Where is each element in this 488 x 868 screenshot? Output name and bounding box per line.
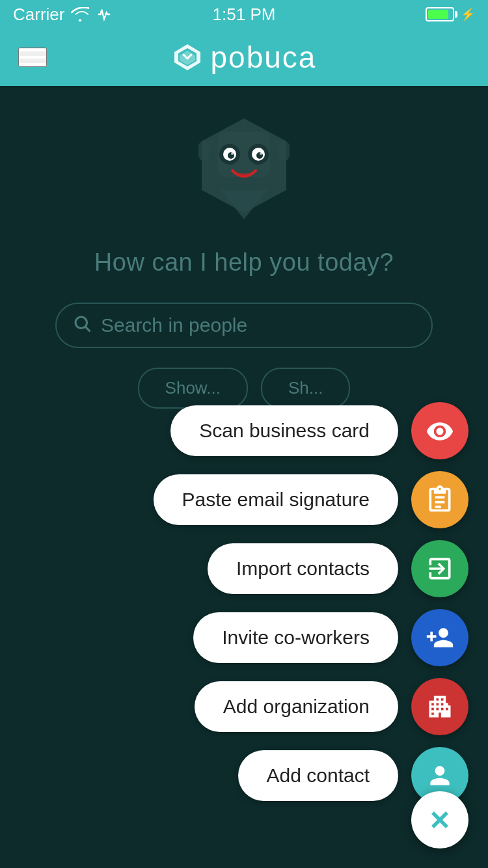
wifi-icon bbox=[71, 7, 89, 21]
bolt-icon: ⚡ bbox=[461, 7, 475, 21]
add-organization-label[interactable]: Add organization bbox=[195, 681, 398, 732]
building-icon bbox=[426, 692, 454, 721]
battery-icon bbox=[426, 7, 454, 21]
svg-marker-14 bbox=[221, 190, 267, 219]
fab-item-invite-coworkers: Invite co-workers bbox=[193, 609, 468, 666]
hamburger-line-3 bbox=[20, 63, 46, 66]
fab-menu: Scan business card Paste email signature bbox=[154, 402, 489, 816]
svg-rect-20 bbox=[435, 496, 445, 499]
carrier-text: Carrier bbox=[13, 5, 64, 25]
svg-line-18 bbox=[86, 327, 90, 331]
invite-coworkers-button[interactable] bbox=[411, 609, 468, 666]
close-icon bbox=[426, 806, 454, 834]
fab-item-scan-business-card: Scan business card bbox=[170, 402, 468, 459]
scan-business-card-label[interactable]: Scan business card bbox=[170, 405, 398, 456]
paste-icon bbox=[426, 485, 454, 514]
svg-point-0 bbox=[79, 19, 81, 21]
svg-rect-19 bbox=[435, 501, 445, 504]
status-right: ⚡ bbox=[426, 7, 475, 21]
import-contacts-button[interactable] bbox=[411, 540, 468, 597]
import-contacts-label[interactable]: Import contacts bbox=[208, 543, 398, 594]
mascot-svg bbox=[172, 105, 316, 236]
menu-button[interactable] bbox=[18, 47, 47, 67]
eye-icon bbox=[426, 416, 454, 445]
logo-text: pobuca bbox=[211, 40, 317, 75]
status-left: Carrier bbox=[13, 5, 113, 25]
main-content: How can I help you today? Search in peop… bbox=[0, 86, 488, 868]
mascot-container bbox=[172, 105, 316, 236]
logo-icon bbox=[172, 42, 203, 73]
person-icon bbox=[426, 761, 454, 790]
svg-rect-15 bbox=[198, 141, 209, 161]
status-time: 1:51 PM bbox=[213, 5, 276, 25]
scan-business-card-button[interactable] bbox=[411, 402, 468, 459]
svg-rect-21 bbox=[435, 506, 441, 508]
fab-item-import-contacts: Import contacts bbox=[208, 540, 468, 597]
search-icon bbox=[72, 314, 92, 338]
fab-item-add-organization: Add organization bbox=[195, 678, 468, 735]
paste-email-signature-label[interactable]: Paste email signature bbox=[154, 474, 399, 525]
close-fab-button[interactable] bbox=[411, 791, 468, 848]
import-icon bbox=[426, 554, 454, 583]
logo-container: pobuca bbox=[172, 40, 317, 75]
add-organization-button[interactable] bbox=[411, 678, 468, 735]
hamburger-line-2 bbox=[20, 56, 46, 59]
activity-icon bbox=[96, 7, 113, 21]
svg-point-13 bbox=[260, 152, 262, 155]
fab-item-paste-email-signature: Paste email signature bbox=[154, 471, 469, 528]
search-bar[interactable]: Search in people bbox=[55, 303, 433, 348]
svg-rect-16 bbox=[279, 141, 290, 161]
search-placeholder-text: Search in people bbox=[101, 314, 247, 336]
battery-fill bbox=[428, 10, 448, 19]
paste-email-signature-button[interactable] bbox=[411, 471, 468, 528]
tagline: How can I help you today? bbox=[94, 249, 394, 277]
add-contact-label[interactable]: Add contact bbox=[238, 750, 398, 801]
svg-point-12 bbox=[231, 152, 234, 155]
svg-point-17 bbox=[75, 317, 87, 329]
header: pobuca bbox=[0, 29, 488, 86]
invite-coworkers-label[interactable]: Invite co-workers bbox=[193, 612, 398, 663]
hamburger-line-1 bbox=[20, 49, 46, 51]
status-bar: Carrier 1:51 PM ⚡ bbox=[0, 0, 488, 29]
add-person-icon bbox=[426, 623, 454, 652]
